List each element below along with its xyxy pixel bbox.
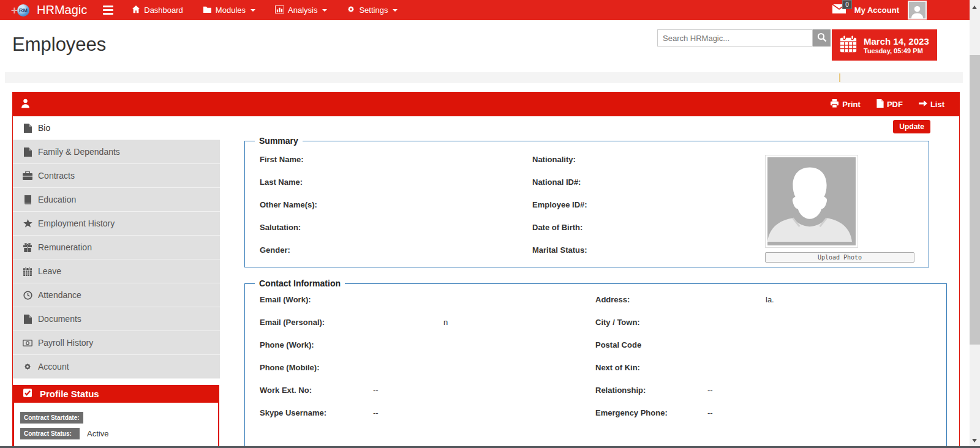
star-icon <box>23 219 32 228</box>
nav-item-dashboard[interactable]: Dashboard <box>124 0 190 20</box>
chart-icon <box>275 6 284 15</box>
contract-startdate-label: Contract Startdate: <box>20 412 83 424</box>
sidebar-item-employment-history[interactable]: Employment History <box>13 212 220 236</box>
field-label: Date of Birth: <box>532 223 646 232</box>
file-icon <box>23 147 32 157</box>
folder-icon <box>203 6 212 15</box>
field-label: Work Ext. No: <box>260 386 373 395</box>
employee-sidebar: Bio Family & Dependants Contracts Educat… <box>13 116 220 448</box>
breadcrumb-marker <box>839 73 840 82</box>
nav-item-analysis[interactable]: Analysis <box>268 1 334 20</box>
contract-status-value: Active <box>87 429 108 438</box>
hrmagic-logo-icon: + RM <box>11 3 33 18</box>
calendar-icon <box>839 35 858 56</box>
field-label: Phone (Work): <box>260 340 373 349</box>
messages-count-badge: 0 <box>842 0 852 9</box>
field-label: Relationship: <box>595 386 707 395</box>
search-input[interactable] <box>657 29 813 47</box>
photo-placeholder-icon <box>767 157 856 245</box>
nav-item-modules[interactable]: Modules <box>195 1 263 20</box>
scroll-up-arrow-icon[interactable] <box>972 6 977 9</box>
sidebar-item-payroll-history[interactable]: Payroll History <box>13 331 220 355</box>
chevron-down-icon <box>322 9 327 12</box>
list-button[interactable]: List <box>919 99 944 110</box>
breadcrumb-bar <box>5 72 963 83</box>
field-label: National ID#: <box>532 177 646 187</box>
page-title: Employees <box>12 34 106 56</box>
top-navbar: + RM HRMagic Dashboard Modules Analysis <box>0 0 970 20</box>
update-button[interactable]: Update <box>893 120 930 133</box>
summary-legend: Summary <box>255 136 303 146</box>
page-header: Employees March 14, 2023 Tuesday, 05:49 … <box>0 20 970 72</box>
field-value: -- <box>373 386 379 395</box>
file-icon <box>23 315 32 324</box>
field-label: Address: <box>595 295 707 304</box>
sidebar-item-contracts[interactable]: Contracts <box>13 164 220 188</box>
field-value: -- <box>707 386 713 395</box>
print-button[interactable]: Print <box>830 99 861 110</box>
field-value: n <box>373 318 448 327</box>
chevron-down-icon <box>393 9 398 12</box>
messages-button[interactable]: 0 <box>832 4 846 16</box>
file-icon <box>23 124 32 133</box>
employee-panel-header: Print PDF List <box>13 92 959 116</box>
home-icon <box>132 5 140 15</box>
field-label: City / Town: <box>595 318 707 327</box>
summary-section: Summary First Name: Last Name: Other Nam… <box>244 141 929 267</box>
bio-tab-content: Update Summary First Name: Last Name: Ot… <box>220 116 959 448</box>
field-value: -- <box>707 408 713 417</box>
field-label: Emergency Phone: <box>595 408 707 417</box>
hamburger-menu-icon[interactable] <box>103 6 113 15</box>
scrollbar-thumb[interactable] <box>970 55 980 345</box>
employee-photo <box>765 155 858 248</box>
field-label: Nationality: <box>532 155 646 164</box>
field-label: Postal Code <box>595 340 707 349</box>
check-square-icon <box>23 388 32 400</box>
sidebar-item-education[interactable]: Education <box>13 188 220 212</box>
vertical-scrollbar[interactable] <box>970 0 980 448</box>
briefcase-icon <box>23 171 32 180</box>
field-label: Employee ID#: <box>532 200 646 209</box>
book-icon <box>23 195 32 204</box>
brand-name: HRMagic <box>37 3 87 17</box>
pdf-icon <box>876 99 884 110</box>
nav-item-settings[interactable]: Settings <box>339 0 405 20</box>
search-group <box>657 29 831 47</box>
field-label: First Name: <box>260 155 373 164</box>
employee-panel: Print PDF List Bio <box>12 92 960 448</box>
scroll-down-arrow-icon[interactable] <box>972 439 977 442</box>
pdf-button[interactable]: PDF <box>876 99 903 110</box>
arrow-right-icon <box>919 100 927 109</box>
money-icon <box>23 340 32 346</box>
upload-photo-button[interactable]: Upload Photo <box>765 252 914 263</box>
sidebar-item-bio[interactable]: Bio <box>13 116 220 140</box>
brand-logo[interactable]: + RM HRMagic <box>11 3 87 18</box>
field-label: Salutation: <box>260 223 373 232</box>
search-button[interactable] <box>813 29 831 47</box>
field-value: la. <box>707 295 774 304</box>
gift-icon <box>23 243 32 252</box>
printer-icon <box>830 99 839 110</box>
search-icon <box>817 32 827 44</box>
field-value: -- <box>373 408 379 417</box>
field-label: Skype Username: <box>260 408 373 417</box>
contact-information-section: Contact Information Email (Work): Email … <box>244 283 947 448</box>
profile-status-panel: Profile Status Contract Startdate: Contr… <box>13 385 219 448</box>
field-label: Last Name: <box>260 177 373 187</box>
time-text: Tuesday, 05:49 PM <box>864 47 929 54</box>
sidebar-item-documents[interactable]: Documents <box>13 307 220 331</box>
sidebar-item-remuneration[interactable]: Remuneration <box>13 236 220 259</box>
sidebar-item-attendance[interactable]: Attendance <box>13 283 220 307</box>
contract-status-row: Contract Status: Active <box>20 428 218 439</box>
my-account-link[interactable]: My Account <box>854 6 899 15</box>
contract-status-label: Contract Status: <box>20 428 80 439</box>
gear-icon <box>347 5 355 15</box>
clock-icon <box>23 291 32 300</box>
field-label: Gender: <box>260 245 373 255</box>
user-avatar[interactable] <box>908 1 927 20</box>
field-label: Email (Work): <box>260 295 373 304</box>
profile-status-header: Profile Status <box>14 385 218 403</box>
sidebar-item-leave[interactable]: Leave <box>13 259 220 283</box>
sidebar-item-family-dependants[interactable]: Family & Dependants <box>13 140 220 164</box>
sidebar-item-account[interactable]: Account <box>13 355 220 379</box>
